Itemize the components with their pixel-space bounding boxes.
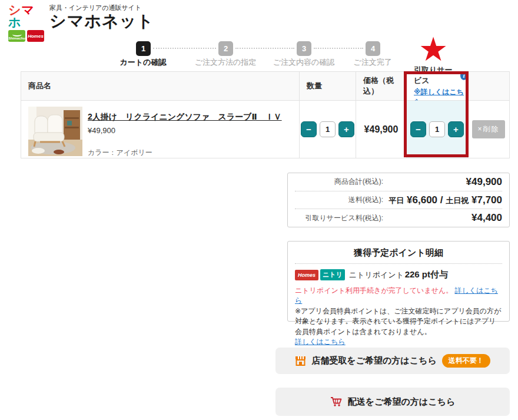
col-header-quantity: 数量	[299, 72, 356, 101]
points-note-link[interactable]: 詳しくはこちら	[295, 338, 346, 346]
homes-logo-badge: Homes	[27, 30, 44, 42]
points-row: Homes ニトリ ニトリポイント 226 pt付与	[295, 269, 502, 280]
delivery-label: 配送をご希望の方はこちら	[348, 396, 455, 408]
points-note: ※アプリ会員特典ポイントは、ご注文確定時にアプリ会員の方が対象となります。表示さ…	[295, 306, 502, 348]
product-name-link[interactable]: 2人掛け リクライニングソファ スラーブⅡ ＩＶ	[88, 112, 282, 123]
col-header-service: 引取りサービス i ※詳しくはこちら	[406, 72, 467, 101]
service-quantity-input[interactable]	[429, 121, 445, 137]
col-header-delete	[467, 72, 509, 101]
step-2-method: 2	[218, 41, 233, 56]
quantity-increase-button[interactable]: +	[338, 121, 354, 137]
cart-item-row: 2人掛け リクライニングソファ スラーブⅡ ＩＶ ¥49,900 カラー：アイボ…	[21, 101, 299, 158]
col-header-product: 商品名	[21, 72, 299, 101]
points-name: ニトリポイント	[349, 270, 404, 280]
step-4-label: ご注文完了	[326, 57, 420, 68]
store-pickup-label: 店舗受取をご希望の方はこちら	[311, 355, 436, 366]
step-connector	[235, 48, 294, 49]
step-1-label: カートの確認	[96, 57, 190, 68]
shimachu-logo-badge: Shimachu	[8, 30, 25, 42]
weekday-label: 平日	[388, 196, 404, 205]
col-header-price: 価格（税込）	[356, 72, 406, 101]
logo-char: シ	[8, 3, 22, 16]
subtotal-value: ¥49,900	[383, 176, 502, 188]
cart-page: シマホ Shimachu Homes 家具・インテリアの通販サイト シマホネット…	[0, 0, 518, 420]
service-quantity-stepper: − +	[410, 121, 464, 137]
cart-table: 商品名 数量 価格（税込） 引取りサービス i ※詳しくはこちら	[21, 71, 510, 158]
highlight-star-icon: ★	[419, 33, 448, 66]
step-connector	[153, 48, 216, 49]
shipping-value: 平日 ¥6,600 / 土日祝 ¥7,700	[383, 194, 502, 206]
quantity-cell: − +	[299, 101, 356, 158]
delete-cell: ×削除	[467, 101, 509, 158]
points-warning: ニトリポイント利用手続きが完了していません。 詳しくはこちら	[295, 286, 502, 306]
site-tagline: 家具・インテリアの通販サイト	[49, 4, 154, 12]
info-icon[interactable]: i	[460, 71, 467, 80]
store-icon	[295, 356, 306, 366]
service-fee-value: ¥4,400	[383, 212, 502, 224]
service-increase-button[interactable]: +	[448, 121, 464, 137]
weekend-label: 土日祝	[446, 196, 469, 205]
order-summary-box: 商品合計(税込): ¥49,900 送料(税込): 平日 ¥6,600 / 土日…	[287, 173, 510, 227]
nitori-badge: ニトリ	[320, 269, 345, 280]
store-pickup-button[interactable]: 店舗受取をご希望の方はこちら 送料不要！	[275, 348, 510, 374]
product-color: カラー：アイボリー	[88, 148, 282, 158]
step-3-confirm: 3	[297, 41, 311, 56]
site-name: シマホネット	[49, 13, 154, 29]
delivery-button[interactable]: 配送をご希望の方はこちら	[275, 388, 510, 416]
free-shipping-badge: 送料不要！	[442, 354, 490, 368]
service-cell: − +	[406, 101, 467, 158]
quantity-stepper: − +	[301, 121, 354, 137]
quantity-input[interactable]	[320, 121, 336, 137]
logo-char: マ	[22, 3, 35, 16]
delete-item-button[interactable]: ×削除	[472, 120, 504, 138]
shipping-separator: /	[440, 194, 443, 206]
logo-char: ホ	[8, 15, 22, 29]
item-total-price: ¥49,900	[364, 124, 399, 135]
site-logo[interactable]: シマホ Shimachu Homes 家具・インテリアの通販サイト シマホネット	[8, 4, 154, 42]
step-connector	[314, 48, 363, 49]
step-4-complete: 4	[366, 41, 380, 56]
subtotal-row: 商品合計(税込): ¥49,900	[295, 173, 502, 191]
product-image[interactable]	[28, 107, 82, 156]
step-1-cart: 1	[136, 41, 151, 56]
homes-badge: Homes	[295, 270, 318, 280]
points-note-text: ※アプリ会員特典ポイントは、ご注文確定時にアプリ会員の方が対象となります。表示さ…	[295, 307, 501, 336]
points-detail-box: 獲得予定ポイント明細 Homes ニトリ ニトリポイント 226 pt付与 ニト…	[287, 241, 510, 322]
logo-word: シマホ	[8, 4, 45, 28]
weekday-amount: ¥6,600	[407, 194, 437, 206]
points-warning-text: ニトリポイント利用手続きが完了していません。	[295, 286, 453, 295]
shimachu-badge-text: Shimachu	[8, 37, 25, 40]
shipping-label: 送料(税込):	[295, 195, 383, 205]
points-title: 獲得予定ポイント明細	[295, 247, 502, 264]
subtotal-label: 商品合計(税込):	[295, 177, 383, 187]
price-cell: ¥49,900	[356, 101, 406, 158]
shimachu-squiggle-icon	[12, 32, 22, 37]
service-fee-row: 引取りサービス料(税込): ¥4,400	[295, 209, 502, 227]
points-value: 226 pt付与	[405, 269, 448, 280]
product-unit-price: ¥49,900	[88, 126, 282, 135]
cart-icon	[330, 396, 343, 407]
shipping-row: 送料(税込): 平日 ¥6,600 / 土日祝 ¥7,700	[295, 191, 502, 209]
service-decrease-button[interactable]: −	[410, 121, 426, 137]
service-header-label: 引取りサービス	[414, 65, 458, 86]
homes-badge-text: Homes	[28, 34, 44, 39]
service-fee-label: 引取りサービス料(税込):	[295, 213, 383, 223]
quantity-decrease-button[interactable]: −	[301, 121, 317, 137]
weekend-amount: ¥7,700	[471, 194, 502, 206]
logo-mark: シマホ Shimachu Homes	[8, 4, 45, 42]
